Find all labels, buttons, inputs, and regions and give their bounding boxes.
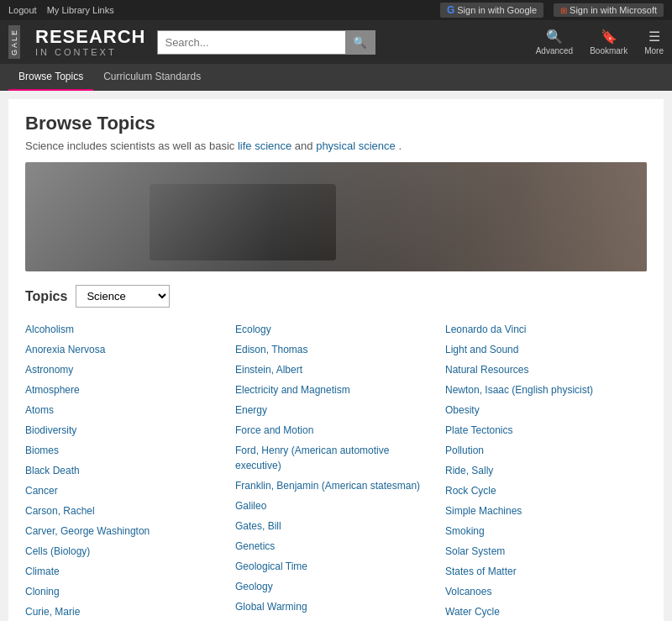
topic-link[interactable]: Cloning — [25, 582, 227, 602]
sign-microsoft-label: Sign in with Microsoft — [570, 5, 657, 15]
topic-link[interactable]: Black Death — [25, 460, 227, 481]
topbar: Logout My Library Links G Sign in with G… — [0, 0, 672, 20]
topic-link[interactable]: Carson, Rachel — [25, 501, 227, 521]
bookmark-label: Bookmark — [590, 46, 627, 55]
topic-link[interactable]: Biodiversity — [25, 420, 227, 440]
topic-link[interactable]: Galileo — [235, 496, 437, 516]
my-library-link[interactable]: My Library Links — [47, 5, 114, 15]
brand-research: RESEARCH — [35, 27, 145, 47]
topic-link[interactable]: Gates, Bill — [235, 516, 437, 536]
topic-link[interactable]: Geological Time — [235, 556, 437, 576]
topic-link[interactable]: Obesity — [445, 400, 647, 420]
brand-title: RESEARCH IN CONTEXT — [35, 27, 145, 57]
hero-image — [25, 162, 647, 271]
topic-link[interactable]: Water Cycle — [445, 602, 647, 621]
topic-link[interactable]: Ride, Sally — [445, 460, 647, 481]
search-button[interactable]: 🔍 — [345, 31, 375, 54]
advanced-icon: 🔍 — [546, 29, 563, 45]
header: GALE RESEARCH IN CONTEXT 🔍 🔍 Advanced 🔖 … — [0, 20, 672, 64]
topic-link[interactable]: Einstein, Albert — [235, 360, 437, 380]
search-input[interactable] — [158, 31, 345, 54]
desc-middle: and — [295, 139, 316, 152]
topic-link[interactable]: Atmosphere — [25, 380, 227, 400]
sign-google-label: Sign in with Google — [457, 5, 537, 15]
topics-grid: AlcoholismAnorexia NervosaAstronomyAtmos… — [25, 319, 647, 621]
page-description: Science includes scientists as well as b… — [25, 139, 647, 152]
topics-dropdown[interactable]: Science History Mathematics English — [76, 285, 170, 308]
more-label: More — [644, 46, 664, 55]
nav-browse-topics[interactable]: Browse Topics — [8, 64, 93, 91]
topic-link[interactable]: Anorexia Nervosa — [25, 339, 227, 360]
navbar: Browse Topics Curriculum Standards — [0, 64, 672, 91]
desc-after: . — [398, 139, 402, 152]
scientist-silhouette — [274, 162, 647, 271]
search-box: 🔍 — [157, 30, 375, 55]
topics-column-left: AlcoholismAnorexia NervosaAstronomyAtmos… — [25, 319, 227, 621]
logout-link[interactable]: Logout — [8, 5, 37, 15]
topic-link[interactable]: Atoms — [25, 400, 227, 420]
topic-link[interactable]: Cells (Biology) — [25, 541, 227, 561]
topic-link[interactable]: Alcoholism — [25, 319, 227, 339]
desc-before: Science includes scientists as well as b… — [25, 139, 234, 152]
topic-link[interactable]: Geology — [235, 576, 437, 597]
topic-link[interactable]: Natural Resources — [445, 360, 647, 380]
sign-in-google[interactable]: G Sign in with Google — [440, 3, 543, 18]
brand-in-context: IN CONTEXT — [35, 47, 145, 57]
topic-link[interactable]: Solar System — [445, 541, 647, 561]
header-tools: 🔍 Advanced 🔖 Bookmark ☰ More — [536, 29, 664, 55]
advanced-tool[interactable]: 🔍 Advanced — [536, 29, 573, 55]
topic-link[interactable]: Genetics — [235, 536, 437, 556]
bookmark-icon: 🔖 — [601, 29, 617, 45]
topic-link[interactable]: Edison, Thomas — [235, 339, 437, 360]
topic-link[interactable]: Light and Sound — [445, 339, 647, 360]
bookmark-tool[interactable]: 🔖 Bookmark — [590, 29, 627, 55]
topics-header: Topics Science History Mathematics Engli… — [25, 285, 647, 308]
topics-column-middle: EcologyEdison, ThomasEinstein, AlbertEle… — [235, 319, 437, 621]
topic-link[interactable]: Climate — [25, 561, 227, 582]
topic-link[interactable]: Industrial Revolution — [235, 617, 437, 621]
sign-in-microsoft[interactable]: ⊞ Sign in with Microsoft — [554, 3, 664, 17]
topic-link[interactable]: Ford, Henry (American automotive executi… — [235, 440, 437, 476]
topic-link[interactable]: Plate Tectonics — [445, 420, 647, 440]
topic-link[interactable]: Simple Machines — [445, 501, 647, 521]
topic-link[interactable]: Newton, Isaac (English physicist) — [445, 380, 647, 400]
topics-column-right: Leonardo da VinciLight and SoundNatural … — [445, 319, 647, 621]
topic-link[interactable]: Biomes — [25, 440, 227, 460]
topic-link[interactable]: Rock Cycle — [445, 481, 647, 501]
search-icon: 🔍 — [353, 36, 367, 49]
topic-link[interactable]: Electricity and Magnetism — [235, 380, 437, 400]
physical-science-link[interactable]: physical science — [316, 139, 396, 152]
topics-label: Topics — [25, 289, 67, 304]
topic-link[interactable]: Curie, Marie — [25, 602, 227, 621]
more-tool[interactable]: ☰ More — [644, 29, 664, 55]
advanced-label: Advanced — [536, 46, 573, 55]
gale-label: GALE — [8, 25, 20, 59]
topic-link[interactable]: Cancer — [25, 481, 227, 501]
topic-link[interactable]: Volcanoes — [445, 582, 647, 602]
life-science-link[interactable]: life science — [238, 139, 291, 152]
topic-link[interactable]: Force and Motion — [235, 420, 437, 440]
topic-link[interactable]: Franklin, Benjamin (American statesman) — [235, 476, 437, 496]
topic-link[interactable]: Smoking — [445, 521, 647, 541]
main-content: Browse Topics Science includes scientist… — [8, 99, 664, 621]
topic-link[interactable]: Energy — [235, 400, 437, 420]
nav-curriculum-standards[interactable]: Curriculum Standards — [93, 64, 211, 91]
more-icon: ☰ — [648, 29, 660, 45]
google-icon: G — [447, 4, 454, 16]
topic-link[interactable]: Ecology — [235, 319, 437, 339]
topic-link[interactable]: Carver, George Washington — [25, 521, 227, 541]
topic-link[interactable]: Astronomy — [25, 360, 227, 380]
microsoft-icon: ⊞ — [560, 6, 567, 15]
topic-link[interactable]: Pollution — [445, 440, 647, 460]
topic-link[interactable]: Global Warming — [235, 597, 437, 617]
page-title: Browse Topics — [25, 113, 647, 134]
topic-link[interactable]: Leonardo da Vinci — [445, 319, 647, 339]
topic-link[interactable]: States of Matter — [445, 561, 647, 582]
